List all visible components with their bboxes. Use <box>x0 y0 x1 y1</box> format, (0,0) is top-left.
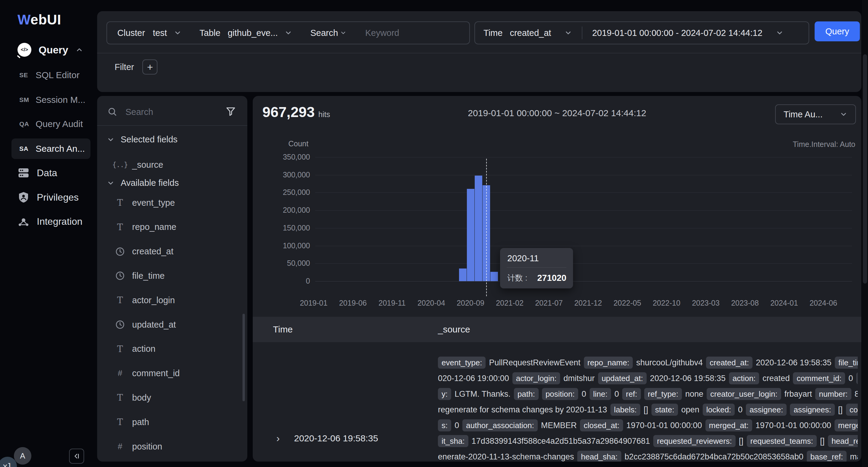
field-value-text: 17d38399143f588ce4a2d51b5a37a29864907681 <box>472 437 650 446</box>
table-header-source: _source <box>438 317 470 342</box>
field-item-event_type[interactable]: Tevent_type <box>115 194 175 211</box>
chevron-down-icon[interactable] <box>340 30 346 36</box>
field-key-chip: s: <box>438 419 451 431</box>
x-axis-tick-label: 2023-08 <box>731 299 759 307</box>
sidebar-item-sql-editor[interactable]: SESQL Editor <box>11 65 91 85</box>
gridline <box>315 228 852 228</box>
avatar[interactable]: A <box>14 447 31 465</box>
field-key-chip: base_ref: <box>807 451 846 462</box>
field-value-text: 0 <box>614 390 619 399</box>
sidebar-item-privileges[interactable]: Privileges <box>18 188 79 206</box>
chevron-down-icon[interactable] <box>284 29 292 37</box>
sidebar-item-label: Integration <box>37 216 82 227</box>
field-key-chip: actor_login: <box>513 372 560 384</box>
x-axis-tick-label: 2020-09 <box>457 299 484 307</box>
cluster-select[interactable]: test <box>153 28 167 38</box>
divider <box>97 53 861 53</box>
field-item-path[interactable]: Tpath <box>115 414 149 431</box>
field-item-updated_at[interactable]: updated_at <box>115 316 176 333</box>
sidebar-collapse-button[interactable] <box>69 448 84 464</box>
field-key-chip: bod <box>856 372 858 384</box>
search-mode-label[interactable]: Search <box>310 28 338 38</box>
table-select[interactable]: github_eve... <box>228 28 278 38</box>
fields-scrollbar-thumb[interactable] <box>243 314 245 401</box>
field-item-position[interactable]: #position <box>115 438 162 455</box>
field-item-file_time[interactable]: file_time <box>115 267 165 284</box>
time-interval-select[interactable]: Time Au... <box>775 104 856 124</box>
field-value-text: [] <box>820 437 825 446</box>
x-axis-tick-label: 2023-03 <box>692 299 720 307</box>
field-key-chip: ref: <box>622 388 641 400</box>
field-search-input[interactable] <box>125 105 211 119</box>
sidebar-group-query[interactable]: </> Query <box>18 43 83 57</box>
field-key-chip: position: <box>542 388 579 400</box>
selected-fields-header[interactable]: Selected fields <box>107 134 178 145</box>
source-line: s:0author_association:MEMBERclosed_at:19… <box>438 417 858 433</box>
x-axis-tick-label: 2021-12 <box>574 299 602 307</box>
row-expand-chevron-right-icon[interactable]: › <box>273 431 283 445</box>
field-name: comment_id <box>132 368 180 378</box>
field-key-chip: updated_at: <box>598 372 647 384</box>
field-key-chip: comment <box>846 404 858 416</box>
table-label: Table <box>200 28 220 38</box>
sidebar-item-label: Search An... <box>36 144 85 154</box>
histogram-bar-2020-12[interactable] <box>490 272 498 281</box>
x-axis-tick-label: 2021-02 <box>496 299 524 307</box>
time-interval-value: Time Au... <box>783 110 823 120</box>
field-item-repo_name[interactable]: Trepo_name <box>115 219 177 236</box>
sidebar-item-search-an-[interactable]: SASearch An... <box>11 138 91 159</box>
page-scrollbar-thumb[interactable] <box>863 54 867 284</box>
number-field-icon: # <box>115 441 125 452</box>
gridline <box>315 263 852 264</box>
histogram-bar-2020-08[interactable] <box>459 269 467 281</box>
histogram-bar-2020-09[interactable] <box>467 189 474 281</box>
field-value-text: 0 <box>848 374 853 383</box>
field-value-text: LGTM. Thanks. <box>455 390 510 399</box>
sidebar-item-label: Data <box>37 167 57 179</box>
field-item-actor_login[interactable]: Tactor_login <box>115 292 175 309</box>
field-value-text: 2020-12-06 19:58:35 <box>650 374 726 383</box>
field-item-body[interactable]: Tbody <box>115 389 151 406</box>
field-name: action <box>132 344 155 354</box>
chevron-down-icon[interactable] <box>776 29 783 37</box>
search-icon <box>107 107 117 117</box>
query-button[interactable]: Query <box>815 22 860 41</box>
sidebar-item-integration[interactable]: Integration <box>18 212 82 230</box>
field-value-text: enerate-2020-11-13-schema-changes <box>438 452 574 462</box>
time-range-picker[interactable]: 2019-01-01 00:00:00 - 2024-07-02 14:44:1… <box>592 28 762 38</box>
source-line: y:LGTM. Thanks.path:position:0line:0ref:… <box>438 386 858 402</box>
text-field-icon: T <box>115 416 125 428</box>
row-time-value: 2020-12-06 19:58:35 <box>294 433 378 443</box>
field-value-text: 1970-01-01 00:00:00 <box>626 421 702 430</box>
field-item-_source[interactable]: {..}_source <box>115 156 163 173</box>
sidebar-item-label: Privileges <box>37 192 79 203</box>
keyword-input[interactable] <box>365 28 474 38</box>
field-value-text: frbayart <box>784 390 812 399</box>
text-field-icon: T <box>115 222 125 232</box>
sidebar-item-query-audit[interactable]: QAQuery Audit <box>11 114 91 134</box>
field-value-text: b2cc238875c6dad672b4bca72b50c20853658ab0 <box>625 452 803 462</box>
field-key-chip: merge_comm <box>835 419 858 431</box>
divider <box>582 27 582 39</box>
item-abbr-icon: SM <box>19 96 36 103</box>
gridline <box>315 157 852 157</box>
chevron-down-icon[interactable] <box>564 29 572 37</box>
available-fields-header[interactable]: Available fields <box>107 178 179 188</box>
field-key-chip: requested_reviewers: <box>653 435 736 447</box>
filter-funnel-icon[interactable] <box>226 106 236 117</box>
time-field-select[interactable]: created_at <box>510 28 551 38</box>
field-item-created_at[interactable]: created_at <box>115 243 174 260</box>
field-value-text: dmitshur <box>563 374 595 383</box>
field-item-action[interactable]: Taction <box>115 341 155 357</box>
chevron-down-icon[interactable] <box>174 29 182 37</box>
field-key-chip: assignee: <box>746 404 786 416</box>
field-item-comment_id[interactable]: #comment_id <box>115 365 180 382</box>
sidebar-item-session-m-[interactable]: SMSession M... <box>11 90 91 110</box>
add-filter-button[interactable]: + <box>142 59 157 74</box>
field-name: file_time <box>132 271 165 281</box>
histogram-bar-2020-10[interactable] <box>475 176 482 281</box>
source-line: regenerate for schema changes by 2020-11… <box>438 402 858 417</box>
field-key-chip: number: <box>815 388 851 400</box>
tooltip-title: 2020-11 <box>507 253 539 263</box>
sidebar-item-data[interactable]: Data <box>18 164 57 182</box>
